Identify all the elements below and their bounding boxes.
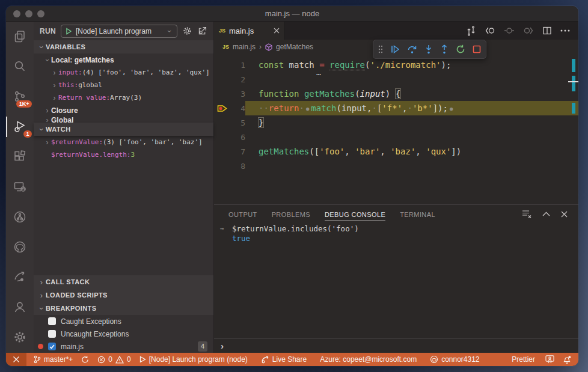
tree-row[interactable]: ›Return value: Array(3) [34, 91, 213, 104]
maximize-panel-icon[interactable] [542, 212, 550, 216]
remote-explorer-icon[interactable] [6, 172, 34, 202]
token: ( [355, 89, 360, 99]
extensions-icon[interactable] [6, 142, 34, 172]
github-account-status[interactable]: connor4312 [426, 353, 483, 366]
breakpoints-section-header[interactable]: BREAKPOINTS [34, 302, 213, 315]
breadcrumb-file[interactable]: main.js [233, 43, 256, 51]
current-line-breakpoint-icon[interactable] [214, 105, 230, 112]
token: global [78, 81, 102, 89]
restart-icon[interactable] [456, 44, 465, 54]
step-over-icon[interactable] [407, 44, 417, 54]
problems-status[interactable]: 0 0 [93, 353, 135, 366]
source-control-icon[interactable]: 1K+ [6, 82, 34, 112]
code-line-4[interactable]: 4··return·●match(input,·['f*',·'b*']);● [214, 101, 578, 115]
reverse-continue-icon[interactable] [504, 26, 515, 35]
line-number: 7 [230, 147, 245, 156]
line-number: 5 [230, 118, 245, 127]
azure-account-status[interactable]: Azure: copeet@microsoft.com [316, 353, 421, 366]
step-back-icon[interactable] [485, 26, 495, 35]
console-indent [220, 234, 232, 243]
chevron-right-icon[interactable]: › [51, 69, 58, 77]
start-debug-icon[interactable] [65, 28, 72, 35]
tab-main-js[interactable]: JS main.js [214, 22, 285, 40]
panel-tab-problems[interactable]: PROBLEMS [272, 207, 310, 221]
debug-console-toggle-icon[interactable] [197, 26, 207, 36]
tree-row[interactable]: ›Closure [34, 104, 213, 117]
panel-tab-terminal[interactable]: TERMINAL [400, 207, 435, 221]
watch-section-header[interactable]: WATCH [34, 123, 213, 136]
git-graph-icon[interactable] [6, 202, 34, 232]
code-line-1[interactable]: 1const match = require('./micromatch');… [214, 58, 578, 72]
tree-row[interactable]: ›$returnValue: (3) ['foo', 'bar', 'baz'] [34, 136, 213, 148]
open-changes-icon[interactable] [466, 26, 476, 36]
breakpoint-checkbox[interactable] [48, 343, 56, 350]
sync-changes-icon[interactable] [77, 353, 93, 366]
live-share-status[interactable]: Live Share [257, 353, 311, 366]
close-panel-icon[interactable] [561, 211, 568, 218]
code-line-6[interactable]: 6 [214, 130, 578, 144]
token: 'qux' [426, 147, 451, 156]
token: require [329, 60, 365, 70]
code-line-8[interactable]: 8 [214, 159, 578, 173]
run-debug-icon[interactable]: 1 [6, 112, 34, 142]
clear-console-icon[interactable] [522, 210, 531, 218]
panel-tab-output[interactable]: OUTPUT [228, 207, 257, 221]
step-out-icon[interactable] [440, 44, 449, 54]
token: input: [58, 69, 82, 76]
chevron-down-icon[interactable]: › [43, 56, 52, 64]
chevron-right-icon[interactable]: › [51, 94, 58, 102]
tree-row[interactable]: ›Local: getMatches [34, 53, 213, 66]
step-into-icon[interactable] [424, 44, 433, 54]
more-actions-icon[interactable] [560, 29, 570, 32]
search-icon[interactable] [6, 52, 34, 82]
chevron-right-icon[interactable]: › [43, 138, 51, 147]
settings-gear-icon[interactable] [6, 322, 34, 352]
toolbar-drag-handle[interactable] [378, 45, 383, 53]
chevron-right-icon[interactable]: › [51, 81, 58, 90]
loaded-scripts-section-header[interactable]: LOADED SCRIPTS [34, 288, 213, 302]
breakpoint-row[interactable]: main.js4 [34, 340, 213, 353]
breadcrumb-symbol[interactable]: getMatches [276, 43, 313, 51]
tree-row[interactable]: $returnValue.length: 3 [34, 148, 213, 161]
code-line-5[interactable]: 5} [214, 115, 578, 130]
code-line-7[interactable]: 7getMatches(['foo', 'bar', 'baz', 'qux']… [214, 144, 578, 159]
line-content [245, 72, 578, 87]
variables-section-header[interactable]: VARIABLES [34, 40, 213, 53]
call-stack-section-header[interactable]: CALL STACK [34, 275, 213, 288]
explorer-icon[interactable] [6, 22, 34, 52]
debug-launch-status[interactable]: [Node] Launch program (node) [135, 353, 252, 366]
token: ( [365, 60, 370, 70]
split-editor-icon[interactable] [542, 26, 552, 35]
breakpoint-checkbox[interactable] [48, 330, 56, 338]
git-branch-status[interactable]: master*+ [29, 353, 77, 366]
breakpoint-row[interactable]: Uncaught Exceptions [34, 328, 213, 340]
close-tab-icon[interactable] [274, 28, 280, 34]
tree-row[interactable]: ›input: (4) ['foo', 'bar', 'baz', 'qux'] [34, 66, 213, 79]
launch-config-dropdown[interactable]: [Node] Launch program › [61, 25, 177, 38]
code-editor[interactable]: 1const match = require('./micromatch');…… [214, 54, 578, 204]
panel-tab-debug-console[interactable]: DEBUG CONSOLE [325, 207, 385, 221]
notifications-bell-icon[interactable] [560, 353, 578, 366]
breakpoint-row[interactable]: Caught Exceptions [34, 315, 213, 328]
debug-settings-gear-icon[interactable] [182, 26, 192, 36]
continue-icon[interactable] [390, 44, 400, 54]
stop-icon[interactable] [473, 45, 481, 53]
code-line-3[interactable]: 3function getMatches(input) { [214, 87, 578, 101]
gitlens-icon[interactable] [6, 262, 34, 292]
github-icon[interactable] [6, 232, 34, 262]
debug-console-output[interactable]: →$returnValue.includes('foo')true [214, 223, 578, 338]
prettier-status[interactable]: Prettier [507, 353, 539, 366]
chevron-right-icon[interactable]: › [43, 106, 51, 115]
feedback-icon[interactable] [539, 353, 560, 366]
token: getMatches [304, 89, 355, 99]
step-forward-icon[interactable] [523, 26, 534, 35]
remote-indicator[interactable] [6, 353, 26, 366]
overview-ruler[interactable] [570, 54, 578, 204]
account-icon[interactable] [6, 292, 34, 322]
tree-row[interactable]: ›this: global [34, 79, 213, 91]
token: Array(3) [110, 94, 142, 102]
code-line-2[interactable]: 2 [214, 72, 578, 87]
breakpoint-checkbox[interactable] [48, 317, 56, 325]
scroll-position-indicator [568, 81, 578, 82]
debug-console-input[interactable]: › [214, 338, 578, 353]
